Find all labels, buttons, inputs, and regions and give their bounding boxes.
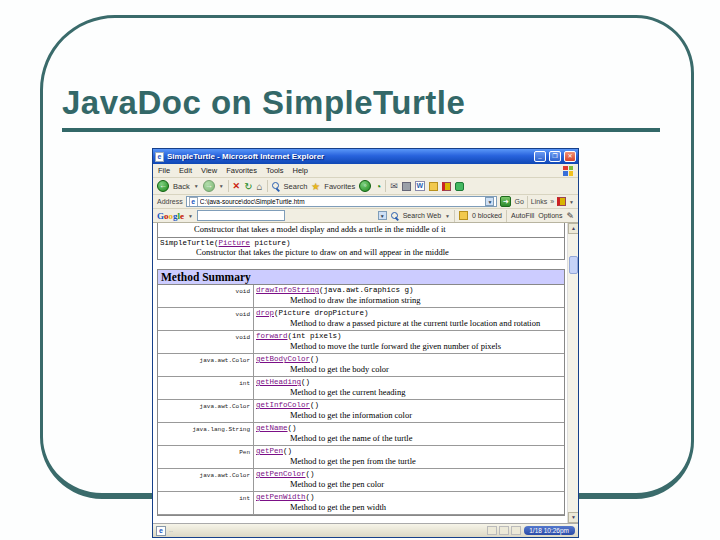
- scrollbar-thumb[interactable]: [569, 256, 578, 274]
- menu-edit[interactable]: Edit: [179, 166, 192, 175]
- method-link[interactable]: forward: [256, 332, 288, 340]
- method-params: (int pixels): [288, 332, 342, 340]
- mail-icon[interactable]: ✉: [390, 181, 398, 191]
- norton-dropdown-icon[interactable]: ▼: [569, 199, 574, 205]
- method-summary-header: Method Summary: [158, 270, 564, 285]
- tray-button[interactable]: [499, 526, 509, 535]
- taskbar-ie-icon[interactable]: e: [156, 526, 166, 536]
- norton-toolbar-icon[interactable]: [557, 197, 566, 206]
- method-link[interactable]: drawInfoString: [256, 286, 319, 294]
- home-icon[interactable]: ⌂: [257, 181, 263, 192]
- method-link[interactable]: drop: [256, 309, 274, 317]
- stop-icon[interactable]: ✕: [233, 181, 241, 191]
- method-link[interactable]: getPen: [256, 447, 283, 455]
- search-web-dropdown-icon[interactable]: ▼: [445, 213, 450, 219]
- print-icon[interactable]: [402, 182, 411, 191]
- method-signature: getBodyColor(): [256, 355, 562, 363]
- blocked-label[interactable]: 0 blocked: [472, 212, 502, 219]
- address-dropdown-icon[interactable]: ▼: [485, 197, 494, 206]
- method-link[interactable]: getBodyColor: [256, 355, 310, 363]
- links-chevron-icon[interactable]: »: [550, 198, 554, 205]
- menu-tools[interactable]: Tools: [266, 166, 284, 175]
- options-label[interactable]: Options: [538, 212, 562, 219]
- picture-class-link[interactable]: Picture: [219, 239, 251, 247]
- method-link[interactable]: getPenWidth: [256, 493, 306, 501]
- vertical-scrollbar[interactable]: ▲ ▼: [567, 223, 578, 523]
- method-desc: Method to get the name of the turtle: [256, 432, 562, 443]
- method-params: (): [310, 355, 319, 363]
- edit-icon[interactable]: W: [415, 181, 425, 191]
- media-icon[interactable]: ◦: [359, 180, 371, 192]
- google-divider: [506, 210, 507, 222]
- search-label[interactable]: Search: [284, 182, 308, 191]
- refresh-icon[interactable]: ↻: [244, 181, 252, 192]
- method-desc: Method to get the pen color: [256, 478, 562, 489]
- method-desc: Method to get the pen width: [256, 501, 562, 512]
- method-cell: getInfoColor() Method to get the informa…: [254, 400, 564, 422]
- toolbar-divider: [385, 180, 386, 192]
- method-signature: getPenWidth(): [256, 493, 562, 501]
- search-icon[interactable]: [272, 182, 280, 190]
- go-label[interactable]: Go: [514, 198, 523, 205]
- autofill-label[interactable]: AutoFill: [511, 212, 534, 219]
- back-label[interactable]: Back: [173, 182, 190, 191]
- method-cell: getName() Method to get the name of the …: [254, 423, 564, 445]
- back-icon[interactable]: ←: [157, 180, 169, 192]
- method-row: java.awt.Color getPenColor() Method to g…: [158, 469, 564, 492]
- address-label: Address: [157, 198, 183, 205]
- scroll-up-icon[interactable]: ▲: [568, 223, 578, 234]
- method-signature: getName(): [256, 424, 562, 432]
- close-button[interactable]: ✕: [564, 151, 576, 162]
- taskbar-status-text: ··: [169, 528, 173, 534]
- highlight-pen-icon[interactable]: ✎: [566, 211, 574, 221]
- menu-view[interactable]: View: [201, 166, 217, 175]
- menu-file[interactable]: File: [158, 166, 170, 175]
- method-cell: getPen() Method to get the pen from the …: [254, 446, 564, 468]
- search-web-label[interactable]: Search Web: [403, 212, 441, 219]
- constructor-desc: Constructor that takes the picture to dr…: [160, 247, 562, 257]
- tray-button[interactable]: [511, 526, 521, 535]
- browser-titlebar[interactable]: e SimpleTurtle - Microsoft Internet Expl…: [153, 149, 578, 164]
- address-divider: [527, 196, 528, 208]
- maximize-button[interactable]: ❐: [549, 151, 561, 162]
- go-icon[interactable]: ➜: [500, 196, 511, 207]
- method-link[interactable]: getInfoColor: [256, 401, 310, 409]
- method-signature: getInfoColor(): [256, 401, 562, 409]
- menu-help[interactable]: Help: [293, 166, 308, 175]
- method-cell: getPenWidth() Method to get the pen widt…: [254, 492, 564, 514]
- google-search-input[interactable]: [197, 210, 285, 221]
- forward-icon[interactable]: →: [203, 180, 215, 192]
- minimize-button[interactable]: _: [534, 151, 546, 162]
- method-row: void forward(int pixels) Method to move …: [158, 331, 564, 354]
- google-logo[interactable]: Google: [157, 211, 184, 221]
- method-desc: Method to draw a passed picture at the c…: [256, 317, 562, 328]
- links-label[interactable]: Links: [531, 198, 547, 205]
- favorites-label[interactable]: Favorites: [324, 182, 355, 191]
- google-search-dropdown-icon[interactable]: ▼: [378, 211, 387, 220]
- method-signature: getPenColor(): [256, 470, 562, 478]
- norton-antivirus-icon[interactable]: [442, 182, 451, 191]
- discuss-icon[interactable]: [429, 182, 438, 191]
- history-icon[interactable]: ◔: [375, 181, 381, 192]
- method-link[interactable]: getPenColor: [256, 470, 306, 478]
- title-underline: [62, 128, 660, 132]
- method-return-type: Pen: [158, 446, 254, 468]
- method-desc: Method to get the pen from the turtle: [256, 455, 562, 466]
- google-dropdown-icon[interactable]: ▼: [188, 213, 193, 219]
- toolbar-divider: [228, 180, 229, 192]
- method-link[interactable]: getHeading: [256, 378, 301, 386]
- back-dropdown-icon[interactable]: ▼: [194, 183, 199, 189]
- messenger-icon[interactable]: [455, 182, 464, 191]
- forward-dropdown-icon[interactable]: ▼: [219, 183, 224, 189]
- method-cell: getHeading() Method to get the current h…: [254, 377, 564, 399]
- pagerank-icon[interactable]: [459, 211, 468, 220]
- favorites-icon[interactable]: ★: [311, 181, 320, 192]
- address-input[interactable]: e C:\java-source\doc\SimpleTurtle.htm ▼: [186, 196, 498, 207]
- ie-page-icon: e: [155, 152, 164, 162]
- scroll-down-icon[interactable]: ▼: [568, 512, 578, 523]
- tray-button[interactable]: [487, 526, 497, 535]
- method-link[interactable]: getName: [256, 424, 288, 432]
- constructor-desc: Constructor that takes a model display a…: [158, 223, 564, 238]
- menu-favorites[interactable]: Favorites: [226, 166, 257, 175]
- method-desc: Method to draw the information string: [256, 294, 562, 305]
